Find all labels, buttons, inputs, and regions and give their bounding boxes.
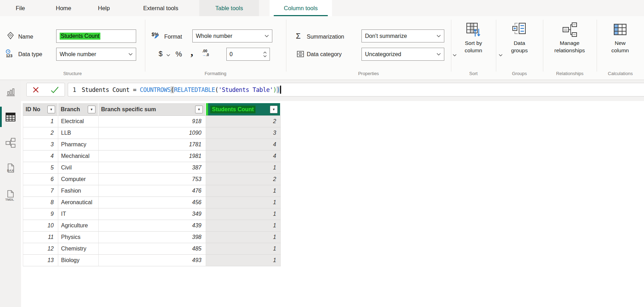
format-dropdown[interactable]: Whole number [192, 29, 272, 42]
column-header-branch-specific-sum[interactable]: Branch specific sum ▼ [99, 103, 206, 116]
cell-id[interactable]: 6 [23, 174, 58, 185]
column-header-branch[interactable]: Branch ▼ [58, 103, 99, 116]
table-header-row: ID No ▼ Branch ▼ Branch specific sum ▼ S… [23, 103, 281, 116]
sort-by-column-button[interactable]: Sort by column [452, 22, 495, 58]
tab-external-tools[interactable]: External tools [143, 0, 178, 16]
cell-sum[interactable]: 485 [99, 243, 206, 255]
cell-sum[interactable]: 1090 [99, 127, 206, 139]
cell-count[interactable]: 4 [206, 151, 281, 162]
cell-branch[interactable]: LLB [58, 127, 99, 139]
cell-sum[interactable]: 493 [99, 255, 206, 266]
cell-sum[interactable]: 439 [99, 220, 206, 232]
cell-branch[interactable]: Civil [58, 162, 99, 174]
cell-branch[interactable]: Biology [58, 255, 99, 266]
cell-branch[interactable]: Physics [58, 232, 99, 243]
dax-query-view-button[interactable]: DAX [0, 163, 21, 176]
sigma-icon: Σ [296, 32, 301, 41]
cell-branch[interactable]: Chemistry [58, 243, 99, 255]
cell-count[interactable]: 1 [206, 220, 281, 232]
filter-dropdown-button[interactable]: ▼ [47, 106, 55, 113]
cell-id[interactable]: 9 [23, 208, 58, 220]
tab-table-tools[interactable]: Table tools [199, 0, 259, 16]
table-row: 9 IT 349 1 [23, 208, 281, 220]
column-header-students-count[interactable]: Students Count ▼ [206, 103, 281, 116]
formula-line-number: 1 [73, 86, 76, 93]
cell-count[interactable]: 1 [206, 185, 281, 197]
cell-sum[interactable]: 387 [99, 162, 206, 174]
cell-sum[interactable]: 476 [99, 185, 206, 197]
cell-branch[interactable]: Agriculture [58, 220, 99, 232]
cell-count[interactable]: 1 [206, 208, 281, 220]
filter-dropdown-button[interactable]: ▼ [195, 106, 203, 113]
cell-branch[interactable]: Electrical [58, 116, 99, 127]
thousands-separator-button[interactable]: , [191, 48, 193, 55]
cell-sum[interactable]: 1981 [99, 151, 206, 162]
cell-id[interactable]: 13 [23, 255, 58, 266]
cell-sum[interactable]: 753 [99, 174, 206, 185]
cell-count[interactable]: 1 [206, 255, 281, 266]
cell-id[interactable]: 11 [23, 232, 58, 243]
cell-count[interactable]: 1 [206, 197, 281, 208]
cell-id[interactable]: 2 [23, 127, 58, 139]
cell-branch[interactable]: Pharmacy [58, 139, 99, 151]
powerbi-window: File Home Help External tools Table tool… [0, 0, 644, 307]
cancel-formula-icon[interactable] [32, 86, 40, 94]
data-category-dropdown[interactable]: Uncategorized [361, 48, 444, 61]
cell-count[interactable]: 1 [206, 243, 281, 255]
column-header-id-no[interactable]: ID No ▼ [23, 103, 58, 116]
table-row: 13 Biology 493 1 [23, 255, 281, 266]
cell-sum[interactable]: 398 [99, 232, 206, 243]
tmdl-view-button[interactable]: TMDL [0, 189, 21, 203]
cell-branch[interactable]: Computer [58, 174, 99, 185]
cell-sum[interactable]: 349 [99, 208, 206, 220]
cell-branch[interactable]: Mechanical [58, 151, 99, 162]
dax-formula-input[interactable]: 1 Students Count = COUNTROWS(RELATEDTABL… [68, 83, 644, 96]
decimal-places-stepper[interactable]: 0 [226, 48, 270, 61]
cell-id[interactable]: 3 [23, 139, 58, 151]
tab-home[interactable]: Home [56, 0, 71, 16]
tab-file[interactable]: File [16, 0, 25, 16]
report-view-button[interactable] [0, 87, 21, 99]
summarization-dropdown[interactable]: Don't summarize [361, 29, 444, 42]
cell-branch[interactable]: IT [58, 208, 99, 220]
manage-relationships-button[interactable]: Manage relationships [547, 22, 592, 54]
commit-formula-icon[interactable] [50, 86, 59, 94]
cell-branch[interactable]: Fashion [58, 185, 99, 197]
tab-help[interactable]: Help [98, 0, 110, 16]
currency-format-button[interactable]: $ [159, 50, 162, 58]
name-input[interactable]: Students Count [56, 29, 136, 43]
cell-id[interactable]: 1 [23, 116, 58, 127]
cell-sum[interactable]: 456 [99, 197, 206, 208]
decimal-places-button[interactable]: .00 →.0 [202, 49, 209, 57]
cell-id[interactable]: 8 [23, 197, 58, 208]
filter-dropdown-button[interactable]: ▼ [270, 106, 278, 113]
table-view-icon [5, 112, 16, 122]
stepper-up-icon[interactable] [263, 52, 267, 54]
cell-id[interactable]: 5 [23, 162, 58, 174]
cell-count[interactable]: 3 [206, 127, 281, 139]
cell-count[interactable]: 1 [206, 162, 281, 174]
data-type-dropdown[interactable]: Whole number [56, 48, 136, 61]
table-view-button[interactable] [0, 112, 21, 124]
model-view-button[interactable] [0, 138, 21, 149]
filter-dropdown-button[interactable]: ▼ [88, 106, 95, 113]
cell-sum[interactable]: 918 [99, 116, 206, 127]
cell-count[interactable]: 2 [206, 174, 281, 185]
cell-id[interactable]: 10 [23, 220, 58, 232]
new-column-button[interactable]: New column [598, 22, 643, 54]
cell-sum[interactable]: 1781 [99, 139, 206, 151]
stepper-down-icon[interactable] [263, 55, 267, 57]
cell-id[interactable]: 7 [23, 185, 58, 197]
currency-chevron-icon[interactable] [166, 54, 170, 56]
cell-id[interactable]: 4 [23, 151, 58, 162]
cell-count[interactable]: 2 [206, 116, 281, 127]
cell-id[interactable]: 12 [23, 243, 58, 255]
data-grid-area: ID No ▼ Branch ▼ Branch specific sum ▼ S… [21, 101, 644, 307]
tab-column-tools[interactable]: Column tools [270, 0, 332, 16]
formula-token-function: COUNTROWS [140, 86, 171, 93]
cell-branch[interactable]: Aeronautical [58, 197, 99, 208]
data-groups-button[interactable]: Data groups [498, 22, 541, 58]
percent-format-button[interactable]: % [175, 50, 182, 58]
cell-count[interactable]: 4 [206, 139, 281, 151]
cell-count[interactable]: 1 [206, 232, 281, 243]
